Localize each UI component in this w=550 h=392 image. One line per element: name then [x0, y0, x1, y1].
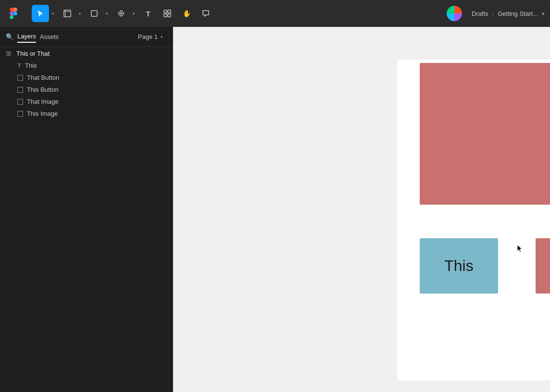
- cursor-icon: [517, 245, 523, 252]
- toolbar: ▾ ▾ ▾: [0, 0, 550, 27]
- svg-rect-5: [164, 10, 167, 13]
- frame-type-icon-4: [17, 111, 23, 117]
- svg-rect-6: [168, 10, 171, 13]
- pen-tool-arrow[interactable]: ▾: [130, 5, 138, 22]
- select-tool-arrow[interactable]: ▾: [49, 5, 57, 22]
- that-image-rect[interactable]: [420, 63, 550, 205]
- layer-item-that-image[interactable]: That Image: [0, 96, 173, 108]
- pen-tool-button[interactable]: [112, 5, 130, 22]
- text-tool-button[interactable]: T: [139, 5, 157, 22]
- shape-tool-button[interactable]: [86, 5, 103, 22]
- page-chevron-icon: ▾: [161, 35, 163, 39]
- layer-group-label: This or That: [16, 50, 50, 57]
- tab-layers[interactable]: Layers: [17, 31, 36, 43]
- main-content: 🔍 Layers Assets Page 1 ▾ ⊞ This or That …: [0, 27, 550, 392]
- page-selector[interactable]: Page 1 ▾: [134, 31, 167, 42]
- frame-tool-group: ▾: [59, 5, 84, 22]
- layers-panel: ⊞ This or That T This That Button This B…: [0, 47, 173, 120]
- svg-point-4: [120, 12, 122, 14]
- frame-tool-arrow[interactable]: ▾: [76, 5, 84, 22]
- hand-tool-button[interactable]: ✋: [178, 5, 195, 22]
- select-tool-button[interactable]: [32, 5, 49, 22]
- avatar: [447, 6, 462, 21]
- svg-rect-3: [91, 11, 97, 16]
- breadcrumb-team[interactable]: Drafts: [472, 10, 488, 17]
- breadcrumb-file[interactable]: Getting Start...: [498, 10, 538, 17]
- layer-item-this-button[interactable]: This Button: [0, 84, 173, 96]
- comment-tool-button[interactable]: [197, 5, 214, 22]
- layer-label-this: This: [25, 62, 37, 69]
- this-button-label: This: [444, 257, 473, 275]
- layer-item-this-text[interactable]: T This: [0, 60, 173, 72]
- shape-tool-group: ▾: [86, 5, 111, 22]
- group-hash-icon: ⊞: [6, 49, 12, 57]
- toolbar-left: ▾ ▾ ▾: [6, 5, 445, 22]
- svg-rect-0: [64, 10, 71, 17]
- frame-type-icon-2: [17, 87, 23, 93]
- figma-logo-button[interactable]: [6, 6, 21, 21]
- search-icon[interactable]: 🔍: [6, 33, 13, 40]
- shape-tool-arrow[interactable]: ▾: [103, 5, 111, 22]
- sidebar: 🔍 Layers Assets Page 1 ▾ ⊞ This or That …: [0, 27, 173, 392]
- select-tool-group: ▾: [32, 5, 57, 22]
- frame-type-icon-3: [17, 99, 23, 105]
- this-button-rect[interactable]: This: [420, 238, 498, 294]
- svg-rect-7: [164, 14, 167, 17]
- breadcrumb: Drafts / Getting Start... ▾: [472, 10, 544, 17]
- chevron-down-icon[interactable]: ▾: [542, 11, 544, 16]
- layer-label-this-image: This Image: [27, 110, 58, 117]
- that-button-rect[interactable]: [536, 238, 550, 294]
- text-type-icon: T: [17, 62, 21, 69]
- layer-item-that-button[interactable]: That Button: [0, 72, 173, 84]
- layer-label-that-image: That Image: [27, 98, 59, 105]
- sidebar-search-icon-area: 🔍 Layers Assets: [6, 31, 59, 43]
- pen-tool-group: ▾: [112, 5, 138, 22]
- svg-rect-8: [168, 14, 171, 17]
- layer-label-this-button: This Button: [27, 86, 59, 93]
- layer-item-this-image[interactable]: This Image: [0, 108, 173, 120]
- page-label: Page 1: [138, 33, 158, 40]
- layer-label-that-button: That Button: [27, 74, 59, 81]
- toolbar-right: Drafts / Getting Start... ▾: [447, 6, 544, 21]
- components-tool-button[interactable]: [159, 5, 176, 22]
- tab-assets[interactable]: Assets: [40, 31, 59, 42]
- frame-type-icon-1: [17, 75, 23, 81]
- canvas[interactable]: This: [173, 27, 550, 392]
- layer-group-this-or-that[interactable]: ⊞ This or That: [0, 47, 173, 60]
- frame-tool-button[interactable]: [59, 5, 76, 22]
- breadcrumb-separator: /: [492, 10, 494, 17]
